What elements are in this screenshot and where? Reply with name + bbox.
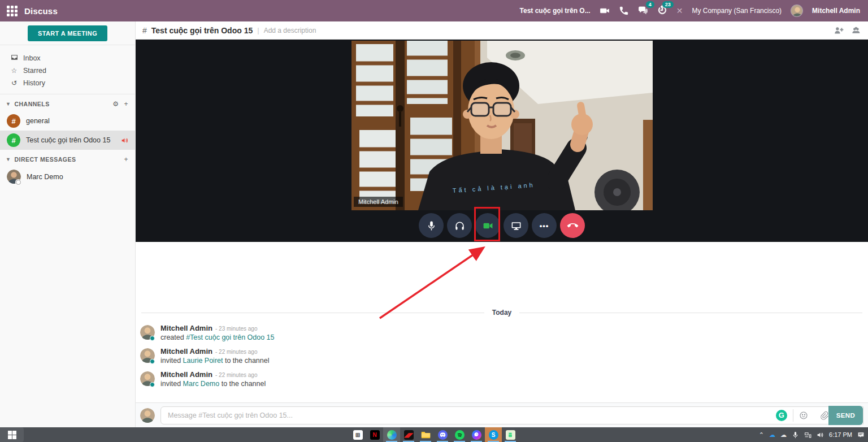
avatar bbox=[140, 408, 155, 423]
avatar bbox=[7, 170, 21, 184]
call-active-speaker-icon bbox=[121, 137, 128, 144]
hash-icon: # bbox=[142, 26, 147, 35]
channel-icon: # bbox=[7, 114, 20, 128]
chevron-down-icon[interactable]: ▼ bbox=[6, 101, 11, 107]
dm-marc-demo[interactable]: Marc Demo bbox=[0, 167, 135, 187]
windows-taskbar: ⊞ N ◢◤ S ⌃ ☁ ☁ 6:17 PM bbox=[0, 427, 868, 442]
emoji-button[interactable] bbox=[793, 411, 814, 420]
hang-up-button[interactable] bbox=[560, 213, 585, 238]
user-link[interactable]: Marc Demo bbox=[183, 380, 220, 388]
netflix-icon: N bbox=[370, 430, 380, 440]
taskbar-app-game[interactable]: ◢◤ bbox=[400, 427, 417, 442]
user-avatar[interactable] bbox=[791, 5, 803, 17]
grammarly-icon[interactable]: G bbox=[776, 410, 787, 421]
taskbar-app-skype[interactable]: S bbox=[485, 427, 502, 442]
apps-menu-icon[interactable] bbox=[7, 6, 18, 16]
sidebar-item-starred[interactable]: ☆ Starred bbox=[0, 64, 135, 77]
headphones-icon bbox=[454, 220, 465, 231]
hang-up-phone-icon bbox=[565, 218, 580, 233]
game-app-icon: ◢◤ bbox=[404, 430, 414, 440]
call-area: Tất cả là tại anh Mitchell Admin ••• bbox=[136, 40, 868, 242]
message-time: - 23 minutes ago bbox=[215, 326, 258, 332]
invite-user-icon[interactable] bbox=[834, 26, 844, 34]
screen-share-button[interactable] bbox=[504, 213, 528, 238]
sidebar-item-label: Starred bbox=[23, 67, 46, 75]
send-button[interactable]: SEND bbox=[828, 406, 863, 425]
avatar bbox=[140, 371, 155, 386]
tray-chevron-up-icon[interactable]: ⌃ bbox=[759, 431, 764, 439]
tray-microphone-icon[interactable] bbox=[792, 431, 799, 439]
mute-microphone-button[interactable] bbox=[419, 213, 444, 238]
taskbar-app-spotify[interactable] bbox=[451, 427, 468, 442]
video-feed: Tất cả là tại anh Mitchell Admin bbox=[351, 41, 653, 210]
file-explorer-icon bbox=[421, 430, 431, 440]
discord-icon bbox=[438, 430, 448, 440]
message-composer: G SEND bbox=[136, 402, 868, 427]
channel-test-call[interactable]: # Test cuộc gọi trên Odoo 15 bbox=[0, 131, 135, 150]
app-title[interactable]: Discuss bbox=[24, 6, 58, 16]
status-online-dot bbox=[150, 336, 155, 341]
message-row: Mitchell Admin- 22 minutes ago invited M… bbox=[136, 367, 868, 391]
start-button[interactable] bbox=[0, 427, 24, 442]
camera-toggle-button[interactable] bbox=[475, 213, 500, 238]
close-icon[interactable]: ✕ bbox=[676, 6, 683, 15]
day-divider: Today bbox=[136, 309, 868, 317]
channels-settings-icon[interactable]: ⚙ bbox=[112, 100, 119, 108]
message-text: invited Marc Demo to the channel bbox=[160, 380, 266, 388]
channels-section-header: ▼ CHANNELS ⚙ + bbox=[0, 94, 135, 111]
start-meeting-button[interactable]: START A MEETING bbox=[28, 25, 107, 41]
sidebar-item-history[interactable]: ↺ History bbox=[0, 77, 135, 89]
chevron-down-icon[interactable]: ▼ bbox=[6, 157, 11, 162]
thread-description-placeholder[interactable]: Add a description bbox=[264, 27, 316, 34]
members-list-icon[interactable] bbox=[852, 26, 861, 34]
channel-link[interactable]: #Test cuộc gọi trên Odoo 15 bbox=[186, 333, 274, 341]
taskbar-clock[interactable]: 6:17 PM bbox=[829, 431, 852, 438]
message-input[interactable] bbox=[168, 411, 776, 419]
taskbar-app-discord[interactable] bbox=[434, 427, 451, 442]
message-author[interactable]: Mitchell Admin bbox=[160, 324, 212, 332]
message-text: invited Laurie Poiret to the channel bbox=[160, 357, 270, 365]
taskbar-app-edge[interactable] bbox=[383, 427, 400, 442]
cloud-icon[interactable]: ☁ bbox=[780, 431, 787, 439]
channel-label: Test cuộc gọi trên Odoo 15 bbox=[26, 136, 115, 144]
top-navbar: Discuss Test cuộc gọi trên O... 4 23 ✕ M… bbox=[0, 0, 868, 21]
company-switcher[interactable]: My Company (San Francisco) bbox=[692, 7, 782, 15]
message-row: Mitchell Admin- 23 minutes ago created #… bbox=[136, 321, 868, 344]
volume-icon[interactable] bbox=[817, 431, 824, 439]
paperclip-icon bbox=[819, 411, 828, 420]
taskbar-app-explorer[interactable] bbox=[417, 427, 434, 442]
dm-add-icon[interactable]: + bbox=[124, 155, 128, 163]
call-controls: ••• bbox=[136, 213, 868, 238]
sidebar: START A MEETING Inbox ☆ Starred ↺ Histor… bbox=[0, 21, 136, 427]
taskbar-app-netflix[interactable]: N bbox=[366, 427, 383, 442]
taskbar-app-store[interactable]: ⊞ bbox=[349, 427, 366, 442]
user-link[interactable]: Laurie Poiret bbox=[183, 357, 223, 365]
message-author[interactable]: Mitchell Admin bbox=[160, 370, 212, 379]
status-online-dot bbox=[150, 382, 155, 387]
avatar bbox=[140, 348, 155, 363]
channel-label: general bbox=[26, 117, 128, 125]
channel-general[interactable]: # general bbox=[0, 111, 135, 131]
user-menu[interactable]: Mitchell Admin bbox=[812, 7, 860, 15]
thread-title[interactable]: Test cuộc gọi trên Odoo 15 bbox=[151, 26, 253, 35]
more-options-button[interactable]: ••• bbox=[532, 213, 557, 238]
phone-call-icon[interactable] bbox=[619, 6, 629, 16]
taskbar-app-android[interactable] bbox=[502, 427, 519, 442]
thread-header: # Test cuộc gọi trên Odoo 15 | Add a des… bbox=[136, 21, 868, 40]
network-icon[interactable] bbox=[804, 431, 811, 439]
video-call-icon[interactable] bbox=[600, 6, 610, 16]
taskbar-app-messenger[interactable] bbox=[468, 427, 485, 442]
onedrive-icon[interactable]: ☁ bbox=[769, 431, 775, 439]
channels-add-icon[interactable]: + bbox=[124, 100, 128, 108]
messages-menu[interactable]: 4 bbox=[638, 5, 648, 17]
message-author[interactable]: Mitchell Admin bbox=[160, 347, 212, 356]
activities-menu[interactable]: 23 bbox=[657, 5, 667, 17]
action-center-icon[interactable] bbox=[857, 431, 865, 439]
skype-icon: S bbox=[489, 430, 498, 440]
ms-store-icon: ⊞ bbox=[353, 430, 363, 440]
sidebar-item-label: Inbox bbox=[23, 54, 41, 62]
sidebar-item-inbox[interactable]: Inbox bbox=[0, 52, 135, 64]
message-time: - 22 minutes ago bbox=[215, 372, 258, 378]
navbar-channel-name[interactable]: Test cuộc gọi trên O... bbox=[520, 7, 591, 15]
deafen-button[interactable] bbox=[447, 213, 472, 238]
